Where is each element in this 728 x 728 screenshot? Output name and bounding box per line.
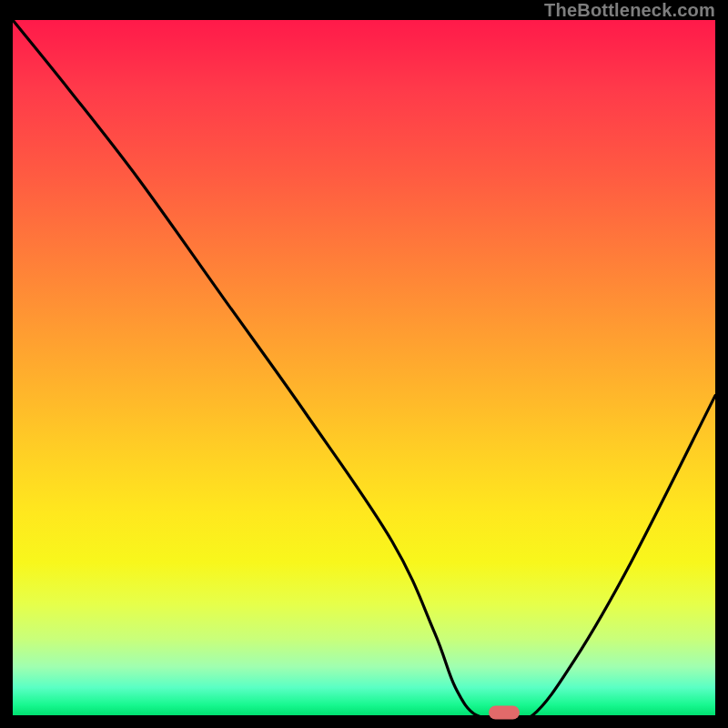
watermark-text: TheBottleneck.com: [544, 0, 715, 21]
chart-frame: TheBottleneck.com: [0, 0, 728, 728]
optimal-marker: [489, 706, 520, 720]
curve-path: [13, 20, 715, 720]
bottleneck-curve: [13, 20, 715, 715]
